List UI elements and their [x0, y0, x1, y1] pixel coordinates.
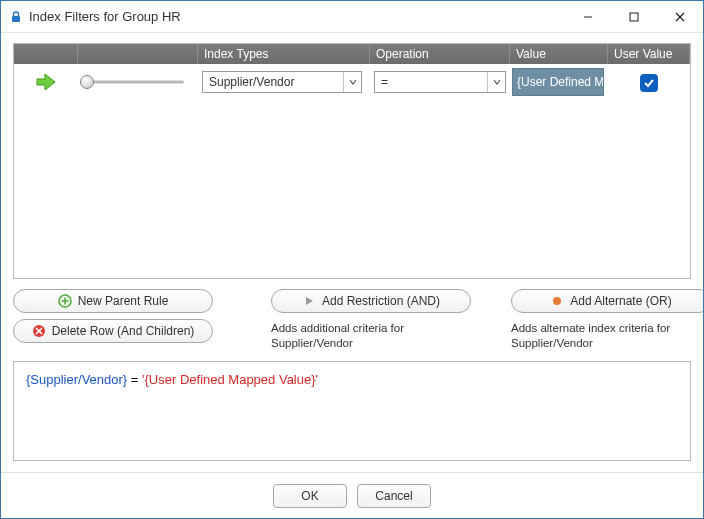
header-level — [78, 44, 198, 64]
value-cell[interactable]: {User Defined Ma... — [512, 68, 604, 96]
svg-rect-0 — [12, 16, 20, 22]
window-title: Index Filters for Group HR — [29, 9, 181, 24]
current-row-arrow-icon — [33, 70, 59, 94]
window-buttons — [565, 1, 703, 33]
button-label: Add Restriction (AND) — [322, 294, 440, 308]
slider-thumb-icon[interactable] — [80, 75, 94, 89]
index-type-dropdown[interactable]: Supplier/Vendor — [202, 71, 362, 93]
filter-grid: Index Types Operation Value User Value — [13, 43, 691, 279]
ok-button[interactable]: OK — [273, 484, 347, 508]
expression-preview: {Supplier/Vendor} = '{User Defined Mappe… — [13, 361, 691, 461]
delete-circle-icon — [32, 324, 46, 338]
dialog-footer: OK Cancel — [1, 472, 703, 518]
action-buttons-area: New Parent Rule Add Restriction (AND) Ad… — [13, 289, 691, 351]
plus-circle-icon — [58, 294, 72, 308]
new-parent-rule-button[interactable]: New Parent Rule — [13, 289, 213, 313]
add-restriction-button[interactable]: Add Restriction (AND) — [271, 289, 471, 313]
chevron-down-icon — [343, 72, 361, 92]
alternate-helper-text: Adds alternate index criteria for Suppli… — [511, 319, 704, 351]
grid-header: Index Types Operation Value User Value — [14, 44, 690, 64]
svg-point-8 — [553, 297, 561, 305]
indent-slider[interactable] — [78, 74, 184, 90]
button-label: New Parent Rule — [78, 294, 169, 308]
delete-row-button[interactable]: Delete Row (And Children) — [13, 319, 213, 343]
lock-icon — [9, 10, 23, 24]
restriction-helper-text: Adds additional criteria for Supplier/Ve… — [271, 319, 471, 351]
user-value-checkbox[interactable] — [640, 74, 658, 92]
button-label: Delete Row (And Children) — [52, 324, 195, 338]
title-bar: Index Filters for Group HR — [1, 1, 703, 33]
operation-dropdown[interactable]: = — [374, 71, 506, 93]
close-button[interactable] — [657, 1, 703, 33]
expr-field: {Supplier/Vendor} — [26, 372, 127, 387]
index-type-value: Supplier/Vendor — [203, 75, 343, 89]
circle-icon — [550, 294, 564, 308]
maximize-button[interactable] — [611, 1, 657, 33]
cancel-button[interactable]: Cancel — [357, 484, 431, 508]
play-icon — [302, 294, 316, 308]
header-index-types: Index Types — [198, 44, 370, 64]
minimize-button[interactable] — [565, 1, 611, 33]
value-text: {User Defined Ma... — [517, 75, 604, 89]
expr-operator: = — [127, 372, 142, 387]
button-label: Add Alternate (OR) — [570, 294, 671, 308]
filter-row[interactable]: Supplier/Vendor = — [14, 64, 690, 100]
header-indicator — [14, 44, 78, 64]
chevron-down-icon — [487, 72, 505, 92]
svg-rect-2 — [630, 13, 638, 21]
header-operation: Operation — [370, 44, 510, 64]
header-value: Value — [510, 44, 608, 64]
expr-value: '{User Defined Mapped Value}' — [142, 372, 318, 387]
check-icon — [643, 77, 655, 89]
operation-value: = — [375, 75, 487, 89]
add-alternate-button[interactable]: Add Alternate (OR) — [511, 289, 704, 313]
header-user-value: User Value — [608, 44, 690, 64]
